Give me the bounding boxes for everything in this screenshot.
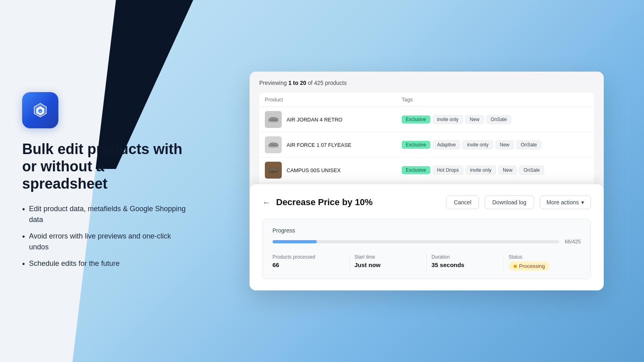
col-tags: Tags: [396, 93, 594, 107]
stat-products-value: 66: [272, 261, 345, 268]
tag-invite-only: invite only: [433, 115, 463, 124]
main-card: Previewing 1 to 20 of 425 products Produ…: [250, 72, 604, 290]
tag-new: New: [495, 140, 514, 149]
stat-duration-value: 35 seconds: [431, 261, 499, 268]
app-icon: +: [22, 92, 58, 128]
svg-text:+: +: [39, 110, 41, 113]
chevron-down-icon: ▾: [581, 199, 584, 206]
more-actions-button[interactable]: More actions ▾: [540, 195, 591, 209]
download-log-button[interactable]: Download log: [485, 195, 534, 209]
preview-range: 1 to 20: [288, 80, 306, 86]
tag-onsale: OnSale: [516, 140, 541, 149]
bullet-item: Avoid errors with live previews and one-…: [22, 231, 187, 253]
tag-onsale: OnSale: [486, 115, 511, 124]
tag-new: New: [498, 166, 517, 175]
progress-header: ← Decrease Price by 10% Cancel Download …: [262, 195, 591, 209]
table-header: Product Tags: [259, 93, 594, 107]
tag-hot-drops: Hot Drops: [433, 166, 463, 175]
product-name: AIR JORDAN 4 RETRO: [287, 117, 343, 123]
stat-products-processed: Products processed 66: [272, 254, 350, 271]
main-heading: Bulk edit products with or without a spr…: [22, 140, 187, 193]
stat-start-time: Start time Just now: [350, 254, 427, 271]
product-cell-2: CAMPUS 00S UNISEX: [259, 158, 396, 183]
tags-cell-1: ExclusiveAdaptiveinvite onlyNewOnSale: [396, 132, 594, 158]
tag-adaptive: Adaptive: [433, 140, 460, 149]
progress-section-label: Progress: [272, 227, 581, 234]
product-thumbnail: [265, 111, 282, 128]
right-panel: Previewing 1 to 20 of 425 products Produ…: [209, 0, 644, 362]
tags-cell-2: ExclusiveHot Dropsinvite onlyNewOnSale: [396, 158, 594, 183]
col-product: Product: [259, 93, 396, 107]
more-actions-label: More actions: [547, 199, 579, 206]
stat-products-label: Products processed: [272, 254, 345, 260]
stat-start-value: Just now: [355, 261, 422, 268]
preview-products: 425 products: [314, 80, 347, 86]
feature-list: Edit product data, metafields & Google S…: [22, 204, 187, 270]
tag-exclusive: Exclusive: [402, 115, 430, 123]
progress-title: Decrease Price by 10%: [276, 197, 440, 208]
tag-invite-only: invite only: [466, 166, 496, 175]
preview-label: Previewing: [259, 80, 287, 86]
cancel-button[interactable]: Cancel: [446, 195, 479, 209]
bullet-item: Edit product data, metafields & Google S…: [22, 204, 187, 225]
preview-count-label: of: [308, 80, 313, 86]
stat-start-label: Start time: [355, 254, 422, 260]
stat-status: Status Processing: [504, 254, 581, 271]
tag-new: New: [465, 115, 484, 124]
stat-status-label: Status: [509, 254, 576, 260]
preview-text: Previewing 1 to 20 of 425 products: [259, 80, 594, 86]
tags-cell-0: Exclusiveinvite onlyNewOnSale: [396, 107, 594, 132]
status-badge: Processing: [509, 261, 550, 271]
stat-duration: Duration 35 seconds: [427, 254, 504, 271]
progress-bar-row: 66/425: [272, 239, 581, 245]
tag-exclusive: Exclusive: [402, 166, 430, 174]
table-row: AIR JORDAN 4 RETROExclusiveinvite onlyNe…: [259, 107, 594, 132]
stat-duration-label: Duration: [431, 254, 499, 260]
product-thumbnail: [265, 136, 282, 153]
table-row: AIR FORCE 1 07 FLYEASEExclusiveAdaptivei…: [259, 132, 594, 158]
tag-exclusive: Exclusive: [402, 141, 430, 149]
stats-row: Products processed 66 Start time Just no…: [272, 254, 581, 271]
progress-inner: Progress 66/425 Products processed 66 St…: [262, 219, 591, 279]
progress-bar-background: [272, 240, 559, 243]
tag-invite-only: invite only: [462, 140, 493, 149]
left-panel: + Bulk edit products with or without a s…: [0, 0, 209, 362]
product-cell-1: AIR FORCE 1 07 FLYEASE: [259, 132, 396, 158]
progress-card: ← Decrease Price by 10% Cancel Download …: [250, 184, 604, 290]
back-arrow-icon[interactable]: ←: [262, 198, 270, 207]
progress-count: 66/425: [565, 239, 581, 245]
status-text: Processing: [519, 263, 545, 269]
product-name: CAMPUS 00S UNISEX: [287, 167, 341, 173]
product-name: AIR FORCE 1 07 FLYEASE: [287, 142, 351, 148]
progress-bar-fill: [272, 240, 317, 243]
stat-status-value: Processing: [509, 261, 576, 271]
tag-onsale: OnSale: [519, 166, 544, 175]
table-row: CAMPUS 00S UNISEXExclusiveHot Dropsinvit…: [259, 158, 594, 183]
bullet-item: Schedule edits for the future: [22, 258, 187, 270]
status-dot-icon: [514, 265, 517, 268]
product-cell-0: AIR JORDAN 4 RETRO: [259, 107, 396, 132]
product-thumbnail: [265, 162, 282, 179]
